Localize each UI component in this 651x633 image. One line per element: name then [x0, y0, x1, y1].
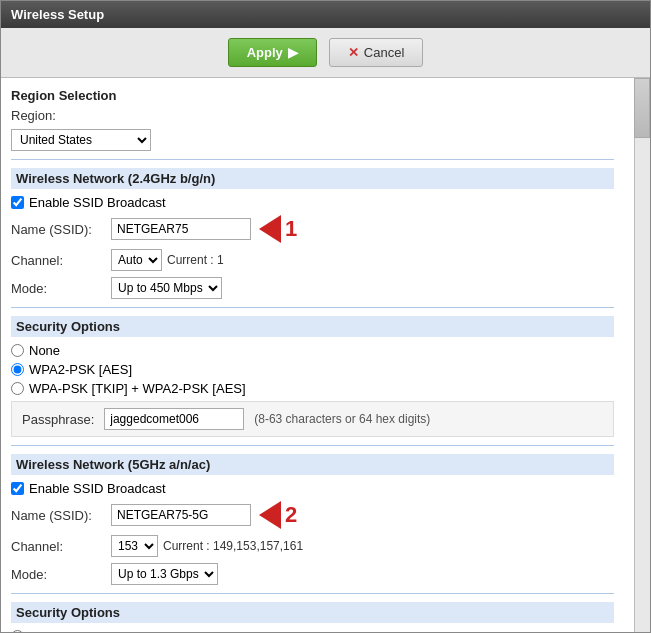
security-5g-none-label: None: [29, 629, 60, 632]
scrollbar-track: [634, 78, 650, 632]
security-24-wpa2-row: WPA2-PSK [AES]: [11, 362, 614, 377]
mode-24-select[interactable]: Up to 450 Mbps: [111, 277, 222, 299]
security-24-section: Security Options None WPA2-PSK [AES] WPA…: [11, 316, 614, 437]
cancel-x-icon: ✕: [348, 45, 359, 60]
arrow-24-icon: [259, 215, 281, 243]
region-section: Region Selection Region: United States: [11, 88, 614, 151]
channel-24-controls: Auto Current : 1: [111, 249, 224, 271]
content-area: Region Selection Region: United States W…: [1, 78, 650, 632]
divider-3: [11, 445, 614, 446]
security-5g-none-radio[interactable]: [11, 630, 24, 632]
security-5g-title: Security Options: [11, 602, 614, 623]
enable-ssid-5g-checkbox[interactable]: [11, 482, 24, 495]
passphrase-24-input[interactable]: [104, 408, 244, 430]
channel-5g-current: Current : 149,153,157,161: [163, 539, 303, 553]
name-ssid-5g-input[interactable]: [111, 504, 251, 526]
scrollbar-thumb[interactable]: [634, 78, 650, 138]
region-label: Region:: [11, 108, 111, 123]
mode-5g-label: Mode:: [11, 567, 111, 582]
wireless-setup-window: Wireless Setup Apply ▶ ✕ Cancel Region S…: [0, 0, 651, 633]
security-24-none-radio[interactable]: [11, 344, 24, 357]
security-24-none-label: None: [29, 343, 60, 358]
security-24-wpa2-label: WPA2-PSK [AES]: [29, 362, 132, 377]
name-ssid-24-row: Name (SSID): 1: [11, 215, 614, 243]
wifi-24-section: Wireless Network (2.4GHz b/g/n) Enable S…: [11, 168, 614, 299]
enable-ssid-5g-row: Enable SSID Broadcast: [11, 481, 614, 496]
enable-ssid-24-row: Enable SSID Broadcast: [11, 195, 614, 210]
security-5g-section: Security Options None WPA2-PSK [AES] WPA…: [11, 602, 614, 632]
region-field-row: Region:: [11, 108, 614, 123]
security-24-title: Security Options: [11, 316, 614, 337]
main-content: Region Selection Region: United States W…: [1, 78, 634, 632]
wifi-24-title: Wireless Network (2.4GHz b/g/n): [11, 168, 614, 189]
region-section-title: Region Selection: [11, 88, 614, 103]
security-24-wpaboth-row: WPA-PSK [TKIP] + WPA2-PSK [AES]: [11, 381, 614, 396]
name-ssid-24-value-wrapper: 1: [111, 215, 297, 243]
security-24-wpaboth-label: WPA-PSK [TKIP] + WPA2-PSK [AES]: [29, 381, 246, 396]
annotation-24: 1: [259, 215, 297, 243]
channel-24-current: Current : 1: [167, 253, 224, 267]
window-title: Wireless Setup: [11, 7, 104, 22]
mode-24-label: Mode:: [11, 281, 111, 296]
name-ssid-24-label: Name (SSID):: [11, 222, 111, 237]
toolbar: Apply ▶ ✕ Cancel: [1, 28, 650, 78]
mode-24-row: Mode: Up to 450 Mbps: [11, 277, 614, 299]
arrow-5g-icon: [259, 501, 281, 529]
cancel-label: Cancel: [364, 45, 404, 60]
divider-4: [11, 593, 614, 594]
annotation-5g: 2: [259, 501, 297, 529]
passphrase-24-section: Passphrase: (8-63 characters or 64 hex d…: [11, 401, 614, 437]
annotation-5g-number: 2: [285, 502, 297, 528]
passphrase-24-hint: (8-63 characters or 64 hex digits): [254, 412, 430, 426]
channel-5g-controls: 153 Current : 149,153,157,161: [111, 535, 303, 557]
security-5g-none-row: None: [11, 629, 614, 632]
mode-5g-select[interactable]: Up to 1.3 Gbps: [111, 563, 218, 585]
name-ssid-24-input[interactable]: [111, 218, 251, 240]
apply-label: Apply: [247, 45, 283, 60]
region-select[interactable]: United States: [11, 129, 151, 151]
enable-ssid-24-checkbox[interactable]: [11, 196, 24, 209]
enable-ssid-24-label: Enable SSID Broadcast: [29, 195, 166, 210]
enable-ssid-5g-label: Enable SSID Broadcast: [29, 481, 166, 496]
divider-1: [11, 159, 614, 160]
channel-24-label: Channel:: [11, 253, 111, 268]
channel-5g-select[interactable]: 153: [111, 535, 158, 557]
divider-2: [11, 307, 614, 308]
wifi-5g-title: Wireless Network (5GHz a/n/ac): [11, 454, 614, 475]
passphrase-24-label: Passphrase:: [22, 412, 94, 427]
name-ssid-5g-value-wrapper: 2: [111, 501, 297, 529]
annotation-24-number: 1: [285, 216, 297, 242]
title-bar: Wireless Setup: [1, 1, 650, 28]
apply-arrow-icon: ▶: [288, 45, 298, 60]
channel-24-row: Channel: Auto Current : 1: [11, 249, 614, 271]
channel-24-select[interactable]: Auto: [111, 249, 162, 271]
name-ssid-5g-label: Name (SSID):: [11, 508, 111, 523]
name-ssid-5g-row: Name (SSID): 2: [11, 501, 614, 529]
cancel-button[interactable]: ✕ Cancel: [329, 38, 423, 67]
mode-5g-row: Mode: Up to 1.3 Gbps: [11, 563, 614, 585]
security-24-wpa2-radio[interactable]: [11, 363, 24, 376]
channel-5g-row: Channel: 153 Current : 149,153,157,161: [11, 535, 614, 557]
security-24-wpaboth-radio[interactable]: [11, 382, 24, 395]
channel-5g-label: Channel:: [11, 539, 111, 554]
security-24-none-row: None: [11, 343, 614, 358]
apply-button[interactable]: Apply ▶: [228, 38, 317, 67]
wifi-5g-section: Wireless Network (5GHz a/n/ac) Enable SS…: [11, 454, 614, 585]
